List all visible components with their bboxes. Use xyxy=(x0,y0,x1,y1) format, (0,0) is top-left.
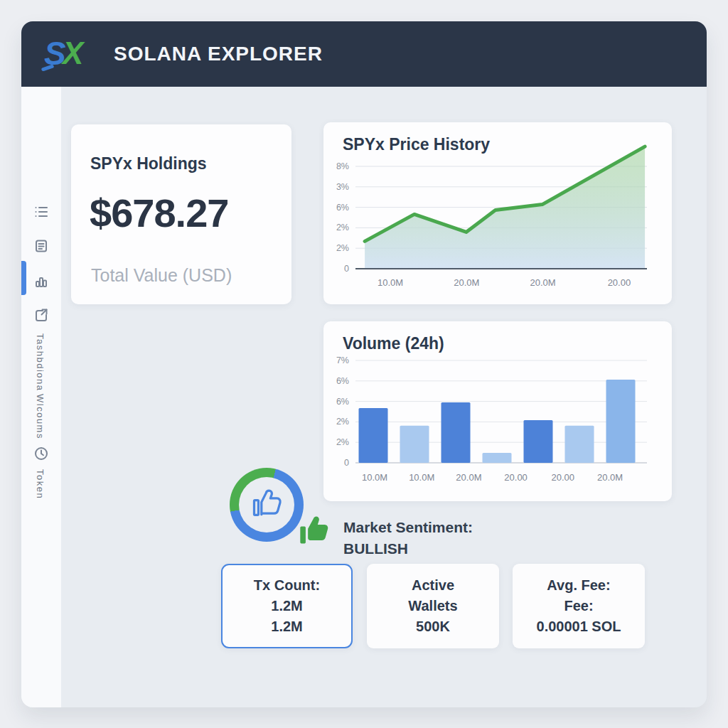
svg-text:20.00: 20.00 xyxy=(608,277,631,288)
sidebar-item-token[interactable]: Token xyxy=(35,469,46,499)
svg-text:2%: 2% xyxy=(336,437,349,447)
holdings-title: SPYx Holdings xyxy=(90,154,207,173)
svg-text:3%: 3% xyxy=(336,182,349,192)
document-icon[interactable] xyxy=(33,238,49,254)
svg-text:2%: 2% xyxy=(336,417,349,427)
sentiment-label: Market Sentiment: xyxy=(343,517,473,538)
app-header: S X SOLANA EXPLORER xyxy=(21,21,707,87)
stat-value: 1.2M xyxy=(271,616,302,637)
stat-value: 500K xyxy=(416,616,450,637)
sidebar: Tashbdiona Wlcoums Token xyxy=(21,87,61,707)
svg-text:0: 0 xyxy=(344,264,349,274)
stat-value: 1.2M xyxy=(271,596,302,616)
logo-letter-x: X xyxy=(63,36,83,71)
svg-text:2%: 2% xyxy=(336,223,349,232)
sentiment-value: BULLISH xyxy=(343,538,473,560)
clock-icon[interactable] xyxy=(33,446,49,461)
svg-text:20.0M: 20.0M xyxy=(456,472,481,483)
stat-card-avg-fee[interactable]: Avg. Fee: Fee: 0.00001 SOL xyxy=(513,564,645,648)
sentiment-text: Market Sentiment: BULLISH xyxy=(343,517,473,560)
volume-title: Volume (24h) xyxy=(343,334,444,353)
svg-text:6%: 6% xyxy=(336,376,349,386)
svg-text:7%: 7% xyxy=(336,355,349,365)
export-icon[interactable] xyxy=(33,307,49,323)
sentiment-donut-hole xyxy=(239,477,294,532)
stat-label: Wallets xyxy=(408,596,457,616)
svg-text:10.0M: 10.0M xyxy=(409,472,434,483)
app-panel: S X SOLANA EXPLORER xyxy=(21,21,707,707)
stat-card-active-wallets[interactable]: Active Wallets 500K xyxy=(367,564,499,648)
price-history-title: SPYx Price History xyxy=(343,135,490,154)
list-icon[interactable] xyxy=(33,204,49,220)
svg-text:6%: 6% xyxy=(336,397,349,407)
stat-label: Tx Count: xyxy=(254,575,320,596)
stat-value: 0.00001 SOL xyxy=(537,616,621,637)
svg-text:10.0M: 10.0M xyxy=(362,472,387,483)
svg-text:20.0M: 20.0M xyxy=(530,277,556,288)
holdings-value: $678.27 xyxy=(90,190,228,236)
sidebar-item-wallets[interactable]: Wlcoums xyxy=(35,394,46,439)
svg-text:8%: 8% xyxy=(336,161,349,171)
thumbs-up-outline-icon xyxy=(250,485,287,522)
bar-chart-icon[interactable] xyxy=(33,274,49,289)
volume-card: 7%6%6%2%2%010.0M10.0M20.0M20.0020.0020.0… xyxy=(323,321,672,501)
svg-text:20.0M: 20.0M xyxy=(597,472,623,483)
active-nav-indicator xyxy=(21,261,26,295)
price-history-card: 8%3%6%2%2%010.0M20.0M20.0M20.00 SPYx Pri… xyxy=(323,122,672,304)
svg-text:0: 0 xyxy=(344,458,349,468)
stat-card-tx-count[interactable]: Tx Count: 1.2M 1.2M xyxy=(221,564,353,648)
svg-text:20.00: 20.00 xyxy=(552,472,575,483)
solana-explorer-logo-icon: S X xyxy=(40,33,95,75)
stat-label: Fee: xyxy=(564,596,593,616)
svg-text:20.00: 20.00 xyxy=(504,472,528,483)
app-title: SOLANA EXPLORER xyxy=(114,43,323,65)
stat-label: Avg. Fee: xyxy=(547,575,610,596)
svg-text:10.0M: 10.0M xyxy=(378,277,403,288)
svg-text:2%: 2% xyxy=(336,243,349,253)
sentiment-donut xyxy=(230,468,304,542)
thumbs-up-icon xyxy=(297,512,334,549)
svg-text:6%: 6% xyxy=(336,203,349,213)
svg-text:20.0M: 20.0M xyxy=(454,277,479,288)
holdings-card: SPYx Holdings $678.27 Total Value (USD) xyxy=(71,124,291,304)
stat-label: Active xyxy=(412,575,454,596)
holdings-subtitle: Total Value (USD) xyxy=(91,265,232,286)
sidebar-item-dashboard[interactable]: Tashbdiona xyxy=(35,333,46,392)
